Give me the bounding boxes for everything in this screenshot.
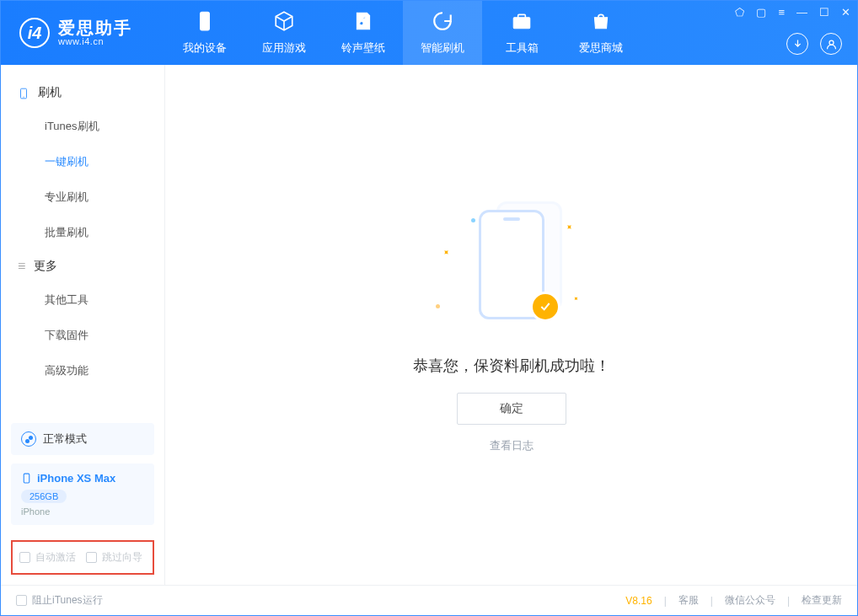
sidebar-section-label: 更多: [34, 259, 57, 274]
logo: i4 爱思助手 www.i4.cn: [1, 18, 165, 48]
close-button[interactable]: ✕: [841, 6, 850, 19]
sidebar-item-advanced[interactable]: 高级功能: [1, 353, 164, 388]
tab-flash[interactable]: 智能刷机: [403, 1, 482, 65]
menu-icon[interactable]: ≡: [778, 6, 785, 19]
sidebar-item-other[interactable]: 其他工具: [1, 282, 164, 318]
music-file-icon: [352, 10, 374, 35]
maximize-button[interactable]: ☐: [819, 6, 829, 19]
sidebar-section-more: ≡ 更多: [1, 250, 164, 282]
download-button[interactable]: [786, 33, 808, 55]
tab-label: 智能刷机: [421, 40, 464, 56]
square-icon[interactable]: ▢: [756, 6, 766, 19]
user-button[interactable]: [820, 33, 842, 55]
device-type-label: iPhone: [21, 506, 144, 517]
device-icon: [18, 86, 29, 99]
mode-icon: [21, 431, 36, 447]
sidebar-item-pro[interactable]: 专业刷机: [1, 179, 164, 215]
device-info-card[interactable]: iPhone XS Max 256GB iPhone: [11, 463, 154, 525]
tab-label: 我的设备: [183, 40, 227, 56]
tab-label: 爱思商城: [579, 40, 623, 56]
tab-label: 应用游戏: [262, 40, 306, 56]
dot-icon: [436, 304, 440, 308]
sidebar-item-itunes[interactable]: iTunes刷机: [1, 109, 164, 144]
update-link[interactable]: 检查更新: [802, 593, 842, 608]
success-message: 恭喜您，保资料刷机成功啦！: [413, 356, 610, 376]
sparkle-icon: ✦: [440, 246, 451, 257]
cube-icon: [273, 10, 295, 35]
dot-icon: [471, 218, 475, 222]
app-subtitle: www.i4.cn: [58, 36, 132, 46]
checkbox-icon: [86, 552, 97, 563]
svg-point-5: [23, 97, 24, 98]
tab-label: 工具箱: [506, 40, 539, 56]
svg-rect-1: [513, 18, 530, 29]
svg-rect-6: [24, 474, 29, 483]
auto-activate-checkbox[interactable]: 自动激活: [19, 550, 76, 565]
sidebar-item-download[interactable]: 下载固件: [1, 318, 164, 353]
minimize-button[interactable]: —: [796, 6, 807, 19]
check-badge-icon: [530, 292, 560, 322]
app-logo-icon: i4: [19, 18, 50, 48]
app-title: 爱思助手: [58, 19, 132, 36]
sidebar-section-label: 刷机: [38, 85, 62, 100]
wechat-link[interactable]: 微信公众号: [725, 593, 775, 608]
phone-small-icon: [21, 473, 32, 484]
flash-options-box: 自动激活 跳过向导: [11, 540, 154, 575]
header-actions: [786, 33, 842, 55]
checkbox-icon: [19, 552, 30, 563]
tab-store[interactable]: 爱思商城: [561, 1, 641, 65]
bag-icon: [590, 10, 612, 35]
tab-label: 铃声壁纸: [341, 40, 385, 56]
sidebar: 刷机 iTunes刷机 一键刷机 专业刷机 批量刷机 ≡ 更多 其他工具 下载固…: [1, 65, 165, 585]
list-icon: ≡: [18, 259, 25, 274]
window-controls: ⬠ ▢ ≡ — ☐ ✕: [735, 6, 850, 19]
svg-point-3: [829, 40, 834, 45]
tab-ringtone[interactable]: 铃声壁纸: [324, 1, 403, 65]
sparkle-icon: ✦: [563, 221, 574, 232]
device-storage-badge: 256GB: [21, 490, 67, 503]
version-label: V8.16: [625, 595, 652, 607]
view-log-link[interactable]: 查看日志: [490, 438, 534, 453]
main-content: ✦ ✦ ✦ 恭喜您，保资料刷机成功啦！ 确定 查看日志: [165, 65, 857, 585]
title-bar: i4 爱思助手 www.i4.cn 我的设备 应用游戏 铃声壁纸 智能刷机: [1, 1, 857, 65]
success-illustration: ✦ ✦ ✦: [427, 197, 596, 332]
tab-toolbox[interactable]: 工具箱: [482, 1, 561, 65]
device-mode-card[interactable]: 正常模式: [11, 423, 154, 455]
checkbox-icon: [16, 595, 27, 606]
block-itunes-checkbox[interactable]: 阻止iTunes运行: [16, 593, 103, 608]
svg-rect-0: [201, 12, 210, 30]
svg-rect-2: [518, 14, 526, 18]
tshirt-icon[interactable]: ⬠: [735, 6, 744, 19]
tab-apps[interactable]: 应用游戏: [244, 1, 324, 65]
sidebar-item-batch[interactable]: 批量刷机: [1, 215, 164, 250]
toolbox-icon: [511, 10, 533, 35]
phone-icon: [194, 10, 216, 35]
device-mode-label: 正常模式: [43, 431, 87, 447]
refresh-shield-icon: [432, 10, 453, 35]
ok-button[interactable]: 确定: [457, 393, 566, 425]
main-tabs: 我的设备 应用游戏 铃声壁纸 智能刷机 工具箱 爱思商城: [165, 1, 641, 65]
skip-wizard-checkbox[interactable]: 跳过向导: [86, 550, 142, 565]
sidebar-section-flash: 刷机: [1, 77, 164, 109]
status-bar: 阻止iTunes运行 V8.16 | 客服 | 微信公众号 | 检查更新: [1, 585, 857, 615]
device-name-label: iPhone XS Max: [37, 472, 115, 485]
sidebar-item-oneclick[interactable]: 一键刷机: [1, 144, 164, 179]
sparkle-icon: ✦: [571, 293, 580, 303]
support-link[interactable]: 客服: [678, 593, 699, 608]
tab-device[interactable]: 我的设备: [165, 1, 244, 65]
